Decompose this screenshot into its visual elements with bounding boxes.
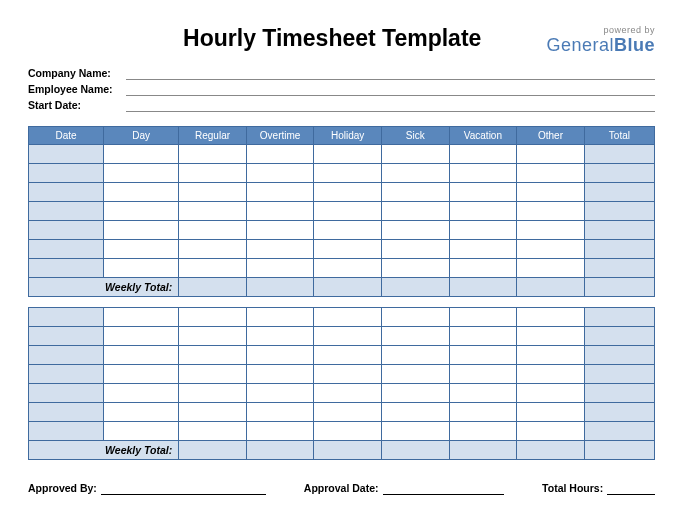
cell[interactable]	[382, 164, 450, 183]
cell[interactable]	[449, 327, 517, 346]
cell[interactable]	[382, 145, 450, 164]
cell[interactable]	[246, 308, 314, 327]
cell[interactable]	[246, 202, 314, 221]
cell[interactable]	[29, 183, 104, 202]
cell[interactable]	[382, 202, 450, 221]
cell[interactable]	[179, 164, 247, 183]
cell[interactable]	[104, 308, 179, 327]
cell[interactable]	[449, 240, 517, 259]
cell[interactable]	[314, 164, 382, 183]
cell[interactable]	[517, 221, 585, 240]
start-date-field[interactable]	[126, 98, 655, 112]
cell[interactable]	[382, 365, 450, 384]
cell[interactable]	[104, 240, 179, 259]
cell[interactable]	[29, 384, 104, 403]
cell[interactable]	[584, 384, 654, 403]
cell[interactable]	[382, 346, 450, 365]
cell[interactable]	[314, 384, 382, 403]
cell[interactable]	[314, 259, 382, 278]
cell[interactable]	[104, 164, 179, 183]
weekly-total-cell[interactable]	[584, 441, 654, 460]
cell[interactable]	[314, 403, 382, 422]
cell[interactable]	[584, 403, 654, 422]
cell[interactable]	[517, 308, 585, 327]
cell[interactable]	[246, 259, 314, 278]
cell[interactable]	[29, 164, 104, 183]
cell[interactable]	[104, 202, 179, 221]
cell[interactable]	[517, 346, 585, 365]
cell[interactable]	[517, 327, 585, 346]
cell[interactable]	[584, 164, 654, 183]
cell[interactable]	[584, 240, 654, 259]
weekly-total-cell[interactable]	[517, 278, 585, 297]
cell[interactable]	[314, 365, 382, 384]
cell[interactable]	[179, 403, 247, 422]
cell[interactable]	[314, 240, 382, 259]
cell[interactable]	[382, 240, 450, 259]
cell[interactable]	[29, 346, 104, 365]
cell[interactable]	[449, 183, 517, 202]
cell[interactable]	[29, 403, 104, 422]
cell[interactable]	[449, 422, 517, 441]
cell[interactable]	[29, 202, 104, 221]
cell[interactable]	[584, 183, 654, 202]
cell[interactable]	[517, 183, 585, 202]
cell[interactable]	[314, 327, 382, 346]
cell[interactable]	[382, 221, 450, 240]
approval-date-field[interactable]	[383, 483, 505, 495]
cell[interactable]	[29, 365, 104, 384]
cell[interactable]	[517, 422, 585, 441]
cell[interactable]	[314, 221, 382, 240]
cell[interactable]	[314, 346, 382, 365]
cell[interactable]	[179, 202, 247, 221]
cell[interactable]	[517, 384, 585, 403]
cell[interactable]	[179, 259, 247, 278]
cell[interactable]	[584, 422, 654, 441]
cell[interactable]	[584, 259, 654, 278]
cell[interactable]	[449, 346, 517, 365]
cell[interactable]	[104, 183, 179, 202]
cell[interactable]	[517, 202, 585, 221]
cell[interactable]	[517, 240, 585, 259]
cell[interactable]	[314, 183, 382, 202]
cell[interactable]	[314, 145, 382, 164]
cell[interactable]	[179, 327, 247, 346]
cell[interactable]	[584, 202, 654, 221]
cell[interactable]	[449, 308, 517, 327]
cell[interactable]	[246, 240, 314, 259]
cell[interactable]	[104, 145, 179, 164]
weekly-total-cell[interactable]	[517, 441, 585, 460]
weekly-total-cell[interactable]	[246, 441, 314, 460]
cell[interactable]	[584, 327, 654, 346]
cell[interactable]	[382, 384, 450, 403]
cell[interactable]	[449, 365, 517, 384]
cell[interactable]	[382, 259, 450, 278]
cell[interactable]	[246, 145, 314, 164]
cell[interactable]	[449, 403, 517, 422]
cell[interactable]	[246, 422, 314, 441]
weekly-total-cell[interactable]	[179, 278, 247, 297]
cell[interactable]	[246, 164, 314, 183]
cell[interactable]	[584, 145, 654, 164]
cell[interactable]	[104, 259, 179, 278]
cell[interactable]	[179, 240, 247, 259]
cell[interactable]	[104, 327, 179, 346]
cell[interactable]	[584, 346, 654, 365]
cell[interactable]	[584, 308, 654, 327]
cell[interactable]	[246, 384, 314, 403]
cell[interactable]	[179, 145, 247, 164]
cell[interactable]	[29, 327, 104, 346]
cell[interactable]	[104, 365, 179, 384]
cell[interactable]	[517, 145, 585, 164]
cell[interactable]	[449, 202, 517, 221]
weekly-total-cell[interactable]	[449, 441, 517, 460]
cell[interactable]	[382, 308, 450, 327]
company-name-field[interactable]	[126, 66, 655, 80]
cell[interactable]	[382, 327, 450, 346]
cell[interactable]	[449, 384, 517, 403]
approved-by-field[interactable]	[101, 483, 266, 495]
cell[interactable]	[246, 221, 314, 240]
cell[interactable]	[517, 164, 585, 183]
employee-name-field[interactable]	[126, 82, 655, 96]
cell[interactable]	[246, 346, 314, 365]
